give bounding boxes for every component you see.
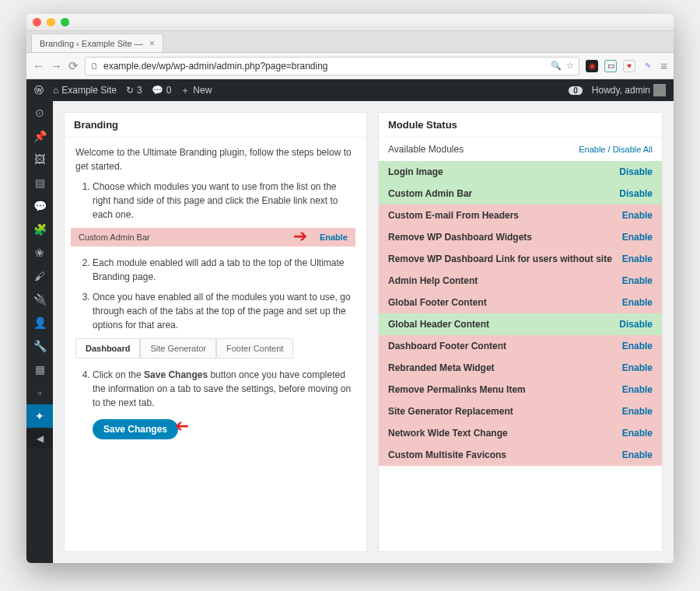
titlebar — [26, 14, 674, 31]
search-icon[interactable]: 🔍 — [551, 61, 562, 71]
menu-icon[interactable]: ≡ — [660, 59, 667, 72]
refresh-count: 3 — [137, 85, 142, 96]
url-text: example.dev/wp/wp-admin/admin.php?page=b… — [103, 61, 328, 72]
star-icon[interactable]: ☆ — [566, 61, 574, 71]
ext-icon[interactable]: ♥ — [623, 60, 635, 72]
module-row: Site Generator ReplacementEnable — [379, 400, 662, 422]
module-toggle-link[interactable]: Enable — [622, 384, 653, 395]
module-row: Remove Permalinks Menu ItemEnable — [379, 379, 662, 400]
url-input[interactable]: 🗋 example.dev/wp/wp-admin/admin.php?page… — [85, 57, 579, 75]
close-tab-icon[interactable]: × — [149, 38, 155, 49]
comments-icon[interactable]: 💬 — [26, 194, 53, 218]
branding-title: Branding — [65, 113, 366, 138]
back-icon[interactable]: ← — [33, 59, 44, 72]
close-icon[interactable] — [33, 18, 41, 26]
example-module-row: Custom Admin Bar ➔ Enable — [71, 228, 355, 247]
available-modules-label: Available Modules — [388, 144, 464, 155]
settings-icon[interactable]: ▦ — [26, 358, 53, 381]
browser-tabbar: Branding ‹ Example Site — × — [26, 31, 674, 53]
module-toggle-link[interactable]: Enable — [622, 449, 653, 460]
refresh-link[interactable]: ↻ 3 — [126, 85, 142, 96]
reload-icon[interactable]: ⟳ — [68, 59, 79, 73]
comments-link[interactable]: 💬 0 — [152, 85, 172, 96]
plugin-icon[interactable]: 🧩 — [26, 218, 53, 241]
ext-icon[interactable]: ◉ — [586, 60, 598, 72]
module-toggle-link[interactable]: Enable — [622, 406, 653, 417]
module-list: Login ImageDisableCustom Admin BarDisabl… — [379, 161, 662, 466]
module-row: Remove WP Dashboard Link for users witho… — [379, 248, 662, 270]
module-toggle-link[interactable]: Enable — [622, 254, 653, 264]
globe-icon[interactable]: ❀ — [26, 241, 53, 264]
module-name: Admin Help Content — [388, 275, 478, 286]
module-toggle-link[interactable]: Disable — [619, 319, 653, 330]
plugins-icon[interactable]: 🔌 — [26, 288, 53, 311]
module-name: Login Image — [388, 166, 443, 177]
step-1: Choose which modules you want to use fro… — [93, 180, 355, 222]
module-name: Dashboard Footer Content — [388, 341, 506, 351]
new-link[interactable]: ＋ New — [180, 84, 212, 97]
maximize-icon[interactable] — [61, 18, 69, 26]
module-name: Global Footer Content — [388, 297, 487, 308]
module-name: Custom Admin Bar — [388, 188, 472, 199]
example-enable-link[interactable]: Enable — [320, 233, 348, 242]
tools-icon[interactable]: 🔧 — [26, 334, 53, 358]
comments-count: 0 — [166, 85, 172, 96]
module-name: Site Generator Replacement — [388, 406, 513, 417]
collapse-icon[interactable]: ◀ — [26, 429, 53, 448]
module-status-panel: Module Status Available Modules Enable /… — [378, 112, 663, 552]
tab-footer-content[interactable]: Footer Content — [216, 338, 293, 358]
forward-icon[interactable]: → — [51, 59, 62, 72]
branding-badge-icon[interactable]: ▫ — [26, 381, 53, 404]
module-name: Remove WP Dashboard Widgets — [388, 232, 532, 243]
tab-site-generator[interactable]: Site Generator — [140, 338, 216, 358]
module-row: Admin Help ContentEnable — [379, 270, 662, 292]
save-changes-button[interactable]: Save Changes — [93, 419, 178, 439]
module-row: Network Wide Text ChangeEnable — [379, 422, 662, 444]
module-name: Custom E-mail From Headers — [388, 210, 519, 221]
minimize-icon[interactable] — [47, 18, 55, 26]
wp-adminbar: ⓦ ⌂ Example Site ↻ 3 💬 0 ＋ New 0 Howdy, … — [26, 79, 674, 101]
module-row: Custom E-mail From HeadersEnable — [379, 205, 662, 226]
module-toggle-link[interactable]: Enable — [622, 428, 653, 439]
ext-icon[interactable]: ▭ — [604, 60, 617, 72]
browser-toolbar: ← → ⟳ 🗋 example.dev/wp/wp-admin/admin.ph… — [26, 53, 674, 79]
tab-dashboard[interactable]: Dashboard — [75, 338, 140, 358]
site-link[interactable]: ⌂ Example Site — [53, 85, 117, 96]
users-icon[interactable]: 👤 — [26, 311, 53, 334]
browser-tab[interactable]: Branding ‹ Example Site — × — [31, 33, 163, 52]
howdy-text: Howdy, admin — [592, 85, 650, 96]
module-toggle-link[interactable]: Enable — [622, 297, 653, 308]
module-row: Dashboard Footer ContentEnable — [379, 335, 662, 357]
new-label: New — [193, 85, 212, 96]
page-icon: 🗋 — [90, 61, 99, 71]
media-icon[interactable]: 🖾 — [26, 148, 53, 171]
module-toggle-link[interactable]: Enable — [622, 341, 653, 351]
module-row: Custom Multisite FaviconsEnable — [379, 444, 662, 466]
ext-icon[interactable]: ✎ — [642, 60, 654, 72]
pin-icon[interactable]: 📌 — [26, 124, 53, 148]
module-toggle-link[interactable]: Enable — [622, 275, 653, 286]
wp-sidebar: ⊙ 📌 🖾 ▤ 💬 🧩 ❀ 🖌 🔌 👤 🔧 ▦ ▫ ✦ ◀ — [26, 101, 53, 563]
dashboard-icon[interactable]: ⊙ — [26, 101, 53, 124]
arrow-icon: ➔ — [175, 416, 189, 436]
notification-badge[interactable]: 0 — [569, 86, 583, 95]
pages-icon[interactable]: ▤ — [26, 171, 53, 194]
module-toggle-link[interactable]: Enable — [622, 210, 653, 221]
avatar-icon — [653, 84, 666, 96]
wordpress-icon[interactable]: ⓦ — [34, 84, 44, 97]
module-toggle-link[interactable]: Enable — [622, 362, 653, 373]
module-row: Remove WP Dashboard WidgetsEnable — [379, 226, 662, 248]
module-name: Rebranded Meta Widget — [388, 362, 495, 373]
branding-icon[interactable]: ✦ — [26, 404, 53, 428]
module-toggle-link[interactable]: Disable — [619, 188, 653, 199]
tabset-example: DashboardSite GeneratorFooter Content — [75, 338, 355, 358]
module-status-title: Module Status — [379, 113, 662, 138]
module-toggle-link[interactable]: Enable — [622, 232, 653, 243]
howdy-link[interactable]: Howdy, admin — [592, 84, 666, 96]
appearance-icon[interactable]: 🖌 — [26, 264, 53, 288]
disable-all-link[interactable]: Disable All — [613, 145, 653, 154]
module-name: Network Wide Text Change — [388, 428, 508, 439]
module-name: Global Header Content — [388, 319, 489, 330]
module-toggle-link[interactable]: Disable — [619, 166, 653, 177]
enable-all-link[interactable]: Enable — [579, 145, 605, 154]
